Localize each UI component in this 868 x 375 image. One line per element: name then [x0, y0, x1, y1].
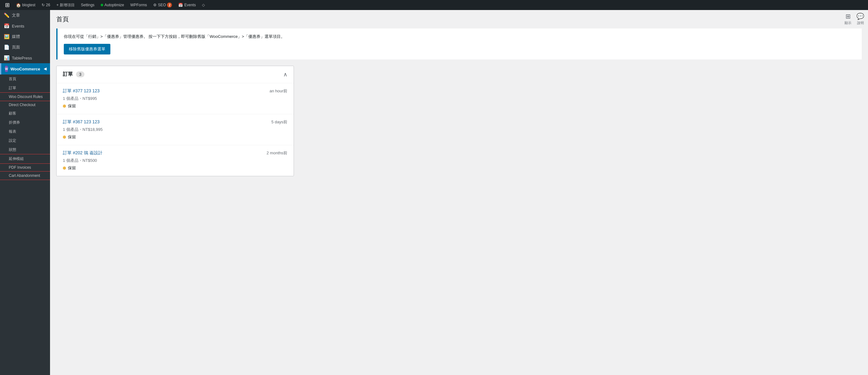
order-row-3: 訂單 #202 鴿 崙設計 2 months前 [63, 150, 287, 156]
sidebar-item-tablepress[interactable]: 📊 TablePress [0, 53, 50, 63]
order-item-3: 訂單 #202 鴿 崙設計 2 months前 1 個產品・NT$500 保留 [57, 145, 293, 176]
status-dot-icon-2 [63, 136, 66, 139]
sidebar-item-woo-orders[interactable]: 訂單 [0, 84, 50, 93]
woo-logo-icon: W [5, 66, 8, 72]
adminbar-wpforms[interactable]: WPForms [128, 0, 150, 10]
order-meta-1: 1 個產品・NT$995 [63, 96, 287, 102]
order-meta-2: 1 個產品・NT$18,995 [63, 127, 287, 133]
order-link-3[interactable]: 訂單 #202 鴿 崙設計 [63, 150, 102, 156]
order-link-1[interactable]: 訂單 #377 123 123 [63, 88, 100, 94]
order-item-1: 訂單 #377 123 123 an hour前 1 個產品・NT$995 保留 [57, 83, 293, 114]
display-button[interactable]: ⊞ 顯示 [844, 12, 851, 25]
order-status-1: 保留 [63, 103, 287, 109]
events-icon: 📅 [4, 23, 9, 29]
admin-sidebar: ✏️ 文章 📅 Events 🖼️ 媒體 📄 頁面 📊 TablePress W… [0, 10, 50, 375]
sidebar-item-posts[interactable]: ✏️ 文章 [0, 10, 50, 21]
order-time-3: 2 months前 [267, 150, 287, 156]
help-button[interactable]: 💬 說明 [857, 12, 864, 25]
sidebar-item-pages[interactable]: 📄 頁面 [0, 42, 50, 53]
sidebar-item-woo-reports[interactable]: 報表 [0, 127, 50, 136]
sidebar-item-woo-settings[interactable]: 設定 [0, 136, 50, 145]
help-icon: 💬 [857, 12, 864, 20]
sidebar-item-woo-cart-abandonment[interactable]: Cart Abandonment [0, 172, 50, 180]
widget-title-row: 訂單 3 [63, 71, 85, 78]
order-row-2: 訂單 #367 123 123 5 days前 [63, 119, 287, 125]
notice-text: 你現在可從「行銷」>「優惠券」管理優惠券。 按一下下方按鈕，即可刪除舊版「Woo… [64, 33, 856, 40]
sidebar-woocommerce-header[interactable]: W WooCommerce ◄ [0, 63, 50, 75]
tablepress-icon: 📊 [4, 55, 9, 61]
orders-widget: 訂單 3 ∧ 訂單 #377 123 123 an hour前 1 個產品・NT… [56, 66, 294, 176]
widget-collapse-button[interactable]: ∧ [283, 71, 287, 78]
adminbar-events[interactable]: 📅 Events [176, 0, 198, 10]
adminbar-settings[interactable]: Settings [79, 0, 97, 10]
adminbar-diamond[interactable]: ◇ [199, 0, 207, 10]
posts-icon: ✏️ [4, 12, 9, 18]
sidebar-item-events[interactable]: 📅 Events [0, 21, 50, 31]
adminbar-updates[interactable]: ↻ 26 [39, 0, 53, 10]
orders-count-badge: 3 [76, 71, 85, 77]
widget-header: 訂單 3 ∧ [57, 66, 293, 83]
adminbar-wp-logo[interactable]: ⊞ [2, 0, 12, 10]
remove-old-coupons-button[interactable]: 移除舊版優惠券選單 [64, 44, 111, 55]
adminbar-new-item[interactable]: + 新增項目 [54, 0, 77, 10]
woo-arrow-icon: ◄ [43, 66, 48, 72]
adminbar-autoptimize[interactable]: Autoptimize [98, 0, 127, 10]
adminbar-site-name[interactable]: 🏠 blogtest [13, 0, 38, 10]
status-dot-icon-1 [63, 105, 66, 108]
pages-icon: 📄 [4, 45, 9, 50]
order-time-2: 5 days前 [271, 119, 287, 125]
adminbar-seo[interactable]: ⚙ SEO 2 [151, 0, 175, 10]
sidebar-item-woo-coupons[interactable]: 折價券 [0, 118, 50, 127]
widget-title: 訂單 [63, 71, 73, 78]
sidebar-item-woo-pdf-invoices[interactable]: PDF Invoices [0, 164, 50, 172]
sidebar-item-media[interactable]: 🖼️ 媒體 [0, 31, 50, 42]
page-title: 首頁 [56, 15, 862, 24]
order-status-3: 保留 [63, 165, 287, 171]
top-right-toolbar: ⊞ 顯示 💬 說明 [841, 10, 868, 28]
sidebar-item-woo-discount-rules[interactable]: Woo Discount Rules [0, 93, 50, 101]
sidebar-item-woo-status[interactable]: 狀態 [0, 145, 50, 154]
order-status-2: 保留 [63, 134, 287, 140]
media-icon: 🖼️ [4, 34, 9, 39]
sidebar-item-woo-home[interactable]: 首頁 [0, 75, 50, 84]
order-time-1: an hour前 [270, 88, 287, 94]
display-icon: ⊞ [845, 12, 851, 20]
sidebar-item-woo-extensions[interactable]: 延伸模組 [0, 154, 50, 164]
order-item-2: 訂單 #367 123 123 5 days前 1 個產品・NT$18,995 … [57, 114, 293, 145]
order-link-2[interactable]: 訂單 #367 123 123 [63, 119, 100, 125]
order-row-1: 訂單 #377 123 123 an hour前 [63, 88, 287, 94]
admin-bar: ⊞ 🏠 blogtest ↻ 26 + 新增項目 Settings Autopt… [0, 0, 868, 10]
order-meta-3: 1 個產品・NT$500 [63, 158, 287, 164]
status-dot-icon-3 [63, 167, 66, 170]
sidebar-item-woo-customers[interactable]: 顧客 [0, 109, 50, 118]
main-content: 首頁 你現在可從「行銷」>「優惠券」管理優惠券。 按一下下方按鈕，即可刪除舊版「… [50, 10, 868, 375]
notice-box: 你現在可從「行銷」>「優惠券」管理優惠券。 按一下下方按鈕，即可刪除舊版「Woo… [56, 28, 862, 59]
sidebar-item-woo-direct-checkout[interactable]: Direct Checkout [0, 101, 50, 109]
